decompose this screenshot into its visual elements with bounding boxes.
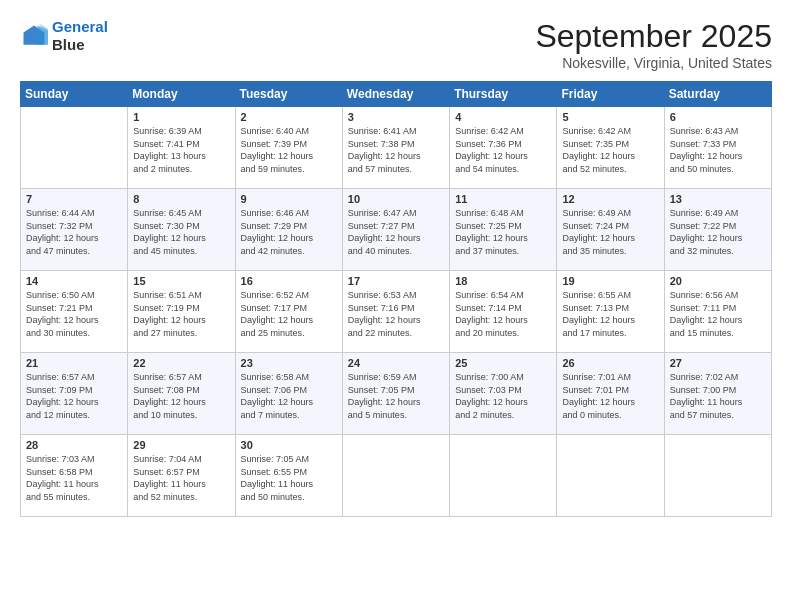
calendar-cell: [557, 435, 664, 517]
calendar-cell: 10Sunrise: 6:47 AM Sunset: 7:27 PM Dayli…: [342, 189, 449, 271]
calendar-cell: 19Sunrise: 6:55 AM Sunset: 7:13 PM Dayli…: [557, 271, 664, 353]
day-info: Sunrise: 6:53 AM Sunset: 7:16 PM Dayligh…: [348, 289, 444, 339]
calendar-cell: 8Sunrise: 6:45 AM Sunset: 7:30 PM Daylig…: [128, 189, 235, 271]
calendar-cell: 29Sunrise: 7:04 AM Sunset: 6:57 PM Dayli…: [128, 435, 235, 517]
day-info: Sunrise: 6:56 AM Sunset: 7:11 PM Dayligh…: [670, 289, 766, 339]
day-info: Sunrise: 6:50 AM Sunset: 7:21 PM Dayligh…: [26, 289, 122, 339]
calendar-cell: 20Sunrise: 6:56 AM Sunset: 7:11 PM Dayli…: [664, 271, 771, 353]
calendar-body: 1Sunrise: 6:39 AM Sunset: 7:41 PM Daylig…: [21, 107, 772, 517]
day-number: 21: [26, 357, 122, 369]
day-info: Sunrise: 7:00 AM Sunset: 7:03 PM Dayligh…: [455, 371, 551, 421]
calendar-cell: 1Sunrise: 6:39 AM Sunset: 7:41 PM Daylig…: [128, 107, 235, 189]
calendar-table: SundayMondayTuesdayWednesdayThursdayFrid…: [20, 81, 772, 517]
calendar-cell: 25Sunrise: 7:00 AM Sunset: 7:03 PM Dayli…: [450, 353, 557, 435]
day-number: 4: [455, 111, 551, 123]
calendar-cell: [342, 435, 449, 517]
day-info: Sunrise: 7:02 AM Sunset: 7:00 PM Dayligh…: [670, 371, 766, 421]
day-info: Sunrise: 6:41 AM Sunset: 7:38 PM Dayligh…: [348, 125, 444, 175]
day-number: 2: [241, 111, 337, 123]
calendar-cell: 12Sunrise: 6:49 AM Sunset: 7:24 PM Dayli…: [557, 189, 664, 271]
day-info: Sunrise: 6:46 AM Sunset: 7:29 PM Dayligh…: [241, 207, 337, 257]
day-header: Monday: [128, 82, 235, 107]
day-header: Tuesday: [235, 82, 342, 107]
calendar-cell: 27Sunrise: 7:02 AM Sunset: 7:00 PM Dayli…: [664, 353, 771, 435]
day-info: Sunrise: 6:55 AM Sunset: 7:13 PM Dayligh…: [562, 289, 658, 339]
day-number: 3: [348, 111, 444, 123]
day-number: 13: [670, 193, 766, 205]
day-info: Sunrise: 6:45 AM Sunset: 7:30 PM Dayligh…: [133, 207, 229, 257]
day-number: 12: [562, 193, 658, 205]
day-info: Sunrise: 6:43 AM Sunset: 7:33 PM Dayligh…: [670, 125, 766, 175]
calendar-header-row: SundayMondayTuesdayWednesdayThursdayFrid…: [21, 82, 772, 107]
calendar-cell: 3Sunrise: 6:41 AM Sunset: 7:38 PM Daylig…: [342, 107, 449, 189]
day-header: Saturday: [664, 82, 771, 107]
calendar-cell: 16Sunrise: 6:52 AM Sunset: 7:17 PM Dayli…: [235, 271, 342, 353]
day-info: Sunrise: 6:42 AM Sunset: 7:35 PM Dayligh…: [562, 125, 658, 175]
day-header: Thursday: [450, 82, 557, 107]
day-number: 15: [133, 275, 229, 287]
calendar-cell: 9Sunrise: 6:46 AM Sunset: 7:29 PM Daylig…: [235, 189, 342, 271]
day-info: Sunrise: 6:49 AM Sunset: 7:22 PM Dayligh…: [670, 207, 766, 257]
day-info: Sunrise: 6:57 AM Sunset: 7:08 PM Dayligh…: [133, 371, 229, 421]
calendar-cell: 21Sunrise: 6:57 AM Sunset: 7:09 PM Dayli…: [21, 353, 128, 435]
day-number: 11: [455, 193, 551, 205]
day-number: 8: [133, 193, 229, 205]
calendar-cell: 18Sunrise: 6:54 AM Sunset: 7:14 PM Dayli…: [450, 271, 557, 353]
day-info: Sunrise: 6:49 AM Sunset: 7:24 PM Dayligh…: [562, 207, 658, 257]
day-number: 25: [455, 357, 551, 369]
month-title: September 2025: [535, 18, 772, 55]
day-info: Sunrise: 7:01 AM Sunset: 7:01 PM Dayligh…: [562, 371, 658, 421]
day-number: 7: [26, 193, 122, 205]
day-info: Sunrise: 6:42 AM Sunset: 7:36 PM Dayligh…: [455, 125, 551, 175]
day-number: 1: [133, 111, 229, 123]
day-number: 5: [562, 111, 658, 123]
day-number: 29: [133, 439, 229, 451]
calendar-cell: 6Sunrise: 6:43 AM Sunset: 7:33 PM Daylig…: [664, 107, 771, 189]
logo-icon: [20, 22, 48, 50]
day-number: 6: [670, 111, 766, 123]
day-number: 23: [241, 357, 337, 369]
day-number: 30: [241, 439, 337, 451]
day-number: 19: [562, 275, 658, 287]
calendar-cell: 15Sunrise: 6:51 AM Sunset: 7:19 PM Dayli…: [128, 271, 235, 353]
calendar-cell: 11Sunrise: 6:48 AM Sunset: 7:25 PM Dayli…: [450, 189, 557, 271]
day-number: 14: [26, 275, 122, 287]
calendar-cell: [21, 107, 128, 189]
day-number: 20: [670, 275, 766, 287]
day-info: Sunrise: 7:05 AM Sunset: 6:55 PM Dayligh…: [241, 453, 337, 503]
day-info: Sunrise: 6:48 AM Sunset: 7:25 PM Dayligh…: [455, 207, 551, 257]
day-number: 24: [348, 357, 444, 369]
day-number: 22: [133, 357, 229, 369]
title-block: September 2025 Nokesville, Virginia, Uni…: [535, 18, 772, 71]
calendar-cell: 2Sunrise: 6:40 AM Sunset: 7:39 PM Daylig…: [235, 107, 342, 189]
day-info: Sunrise: 6:52 AM Sunset: 7:17 PM Dayligh…: [241, 289, 337, 339]
calendar-cell: 14Sunrise: 6:50 AM Sunset: 7:21 PM Dayli…: [21, 271, 128, 353]
day-header: Sunday: [21, 82, 128, 107]
day-info: Sunrise: 6:40 AM Sunset: 7:39 PM Dayligh…: [241, 125, 337, 175]
calendar-cell: 23Sunrise: 6:58 AM Sunset: 7:06 PM Dayli…: [235, 353, 342, 435]
day-info: Sunrise: 6:59 AM Sunset: 7:05 PM Dayligh…: [348, 371, 444, 421]
day-info: Sunrise: 6:44 AM Sunset: 7:32 PM Dayligh…: [26, 207, 122, 257]
calendar-week-row: 28Sunrise: 7:03 AM Sunset: 6:58 PM Dayli…: [21, 435, 772, 517]
day-number: 18: [455, 275, 551, 287]
day-number: 26: [562, 357, 658, 369]
day-number: 10: [348, 193, 444, 205]
day-info: Sunrise: 6:54 AM Sunset: 7:14 PM Dayligh…: [455, 289, 551, 339]
calendar-cell: [450, 435, 557, 517]
day-header: Wednesday: [342, 82, 449, 107]
logo-text: General Blue: [52, 18, 108, 54]
day-info: Sunrise: 6:58 AM Sunset: 7:06 PM Dayligh…: [241, 371, 337, 421]
day-number: 16: [241, 275, 337, 287]
header: General Blue September 2025 Nokesville, …: [20, 18, 772, 71]
calendar-cell: 17Sunrise: 6:53 AM Sunset: 7:16 PM Dayli…: [342, 271, 449, 353]
day-header: Friday: [557, 82, 664, 107]
day-info: Sunrise: 6:51 AM Sunset: 7:19 PM Dayligh…: [133, 289, 229, 339]
day-info: Sunrise: 7:03 AM Sunset: 6:58 PM Dayligh…: [26, 453, 122, 503]
day-info: Sunrise: 6:47 AM Sunset: 7:27 PM Dayligh…: [348, 207, 444, 257]
location: Nokesville, Virginia, United States: [535, 55, 772, 71]
page: General Blue September 2025 Nokesville, …: [0, 0, 792, 612]
day-number: 17: [348, 275, 444, 287]
day-info: Sunrise: 7:04 AM Sunset: 6:57 PM Dayligh…: [133, 453, 229, 503]
calendar-cell: 24Sunrise: 6:59 AM Sunset: 7:05 PM Dayli…: [342, 353, 449, 435]
calendar-week-row: 14Sunrise: 6:50 AM Sunset: 7:21 PM Dayli…: [21, 271, 772, 353]
